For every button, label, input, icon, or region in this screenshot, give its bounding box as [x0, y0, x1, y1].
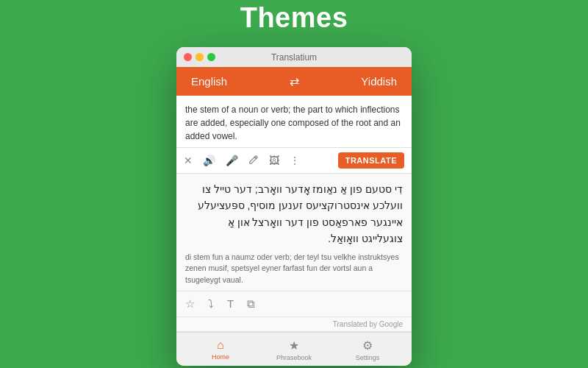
app-window: Translatium English ⇄ Yiddish the stem o…: [176, 47, 412, 366]
home-icon: ⌂: [217, 339, 224, 352]
output-area: דִי סטעם פון אַ נאַומז אָדער וואָרב; דער…: [176, 174, 412, 291]
share-icon[interactable]: ⤵: [208, 297, 214, 310]
translate-button[interactable]: TRANSLATE: [338, 152, 404, 169]
close-button[interactable]: [184, 53, 192, 61]
text-icon[interactable]: T: [227, 297, 234, 310]
star-icon[interactable]: ☆: [185, 297, 195, 311]
copy-icon[interactable]: ⧉: [247, 297, 255, 311]
target-language[interactable]: Yiddish: [361, 75, 397, 88]
settings-icon: ⚙: [362, 339, 373, 353]
output-toolbar: ☆ ⤵ T ⧉: [176, 291, 412, 317]
language-bar: English ⇄ Yiddish: [176, 67, 412, 96]
title-bar: Translatium: [176, 47, 412, 67]
page-title: Themes: [240, 2, 348, 34]
handwriting-icon[interactable]: [248, 155, 259, 167]
home-label: Home: [212, 353, 229, 361]
maximize-button[interactable]: [207, 53, 215, 61]
nav-settings[interactable]: ⚙ Settings: [331, 339, 404, 361]
attribution-text: Translated by Google: [176, 317, 412, 332]
traffic-lights: [184, 53, 215, 61]
input-toolbar: ✕ 🔊 🎤 🖼 ⋮ TRANSLATE: [176, 148, 412, 174]
phrasebook-icon: ★: [289, 339, 299, 353]
speaker-icon[interactable]: 🔊: [203, 155, 215, 166]
swap-languages-icon[interactable]: ⇄: [290, 74, 299, 88]
output-transliteration: di stem fun a naumz oder verb; der teyl …: [185, 252, 403, 286]
minimize-button[interactable]: [196, 53, 204, 61]
clear-icon[interactable]: ✕: [184, 155, 193, 166]
image-icon[interactable]: 🖼: [269, 155, 279, 166]
source-language[interactable]: English: [191, 75, 227, 88]
more-options-icon[interactable]: ⋮: [290, 155, 300, 166]
window-title: Translatium: [271, 52, 317, 63]
nav-home[interactable]: ⌂ Home: [184, 339, 257, 361]
microphone-icon[interactable]: 🎤: [226, 155, 238, 166]
phrasebook-label: Phrasebook: [276, 354, 312, 361]
nav-phrasebook[interactable]: ★ Phrasebook: [257, 339, 331, 361]
settings-label: Settings: [356, 354, 380, 361]
output-main-text: דִי סטעם פון אַ נאַומז אָדער וואָרב; דער…: [185, 181, 403, 247]
input-text-area[interactable]: the stem of a noun or verb; the part to …: [176, 96, 412, 148]
bottom-nav: ⌂ Home ★ Phrasebook ⚙ Settings: [176, 332, 412, 366]
